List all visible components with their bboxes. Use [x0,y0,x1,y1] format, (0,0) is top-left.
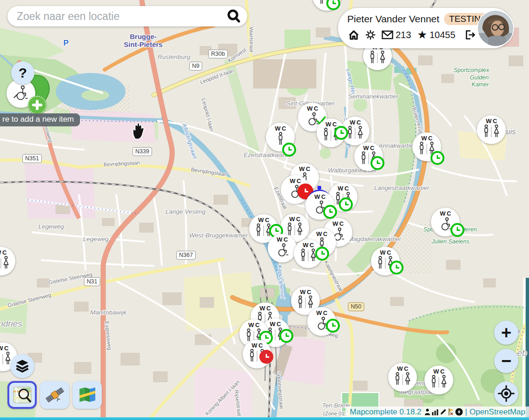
wc-label: WC [300,289,312,295]
layers-icon [14,358,31,374]
search-icon [226,8,242,24]
toilet-marker-male-female[interactable]: WC [312,0,341,11]
logout-button[interactable] [463,29,476,41]
opening-hours-open-badge [370,156,384,170]
mapcomplete-app: Brugge-Sint-PietersPRustenburgSint-Gilli… [0,0,529,420]
wc-label: WC [303,242,315,248]
opening-hours-open-badge [450,223,464,237]
wc-label: WC [314,194,327,200]
wc-label: WC [277,236,289,243]
home-button[interactable] [347,29,360,41]
opening-hours-open-badge [315,247,329,261]
satellite-icon [45,385,65,405]
wc-label: WC [275,125,287,131]
add-item-button[interactable] [28,96,46,114]
layers-button[interactable] [10,354,34,378]
wc-label: WC [337,185,350,191]
osm-link[interactable]: OpenStreetMap [469,407,525,417]
search-bar [7,6,247,26]
male-female-icon [347,125,364,141]
toilet-marker-male-female[interactable]: WC [388,363,417,392]
zoom-out-button[interactable]: − [494,349,518,373]
toilet-marker-male-female[interactable]: WC [424,366,453,394]
user-avatar[interactable] [478,11,513,46]
changesets-button[interactable]: ★ 10455 [416,28,456,41]
wheelchair-icon [274,243,290,258]
help-button[interactable]: ? [11,61,34,85]
toilet-marker-male-female[interactable]: WC [243,340,271,368]
toilet-marker-male-female[interactable]: WC [294,239,323,268]
attribution-separator: | [465,407,467,417]
geolocate-icon [497,384,516,403]
stats-icon [431,408,439,416]
opening-hours-open-badge [279,329,293,343]
wc-label: WC [316,310,329,316]
opening-hours-open-badge [334,126,348,140]
wc-label: WC [316,231,329,237]
wc-label: WC [258,217,271,223]
wc-label: WC [486,118,498,124]
male-female-icon [430,374,447,390]
wc-label: WC [363,145,376,151]
user-stat-icon [424,408,431,416]
opening-hours-open-badge [326,0,340,10]
style-terrain-map-button[interactable] [73,381,102,409]
wc-label: WC [259,305,272,311]
search-input[interactable] [16,10,225,23]
toilet-marker-male-female[interactable]: WC [317,118,345,147]
opening-hours-open-badge [390,261,403,275]
user-name[interactable]: Pieter Vander Vennet [347,13,439,25]
toilet-marker-male-female[interactable]: WC [412,132,441,161]
wc-label: WC [289,216,302,222]
wc-label: WC [421,135,434,141]
style-map-button[interactable] [7,381,37,409]
community-icon [455,408,463,416]
wc-label: WC [350,119,362,125]
toilet-marker-wheelchair[interactable]: WC [431,208,460,236]
wc-label: WC [440,210,452,217]
wc-label: WC [251,342,264,348]
star-icon: ★ [417,29,427,40]
wc-label: WC [325,121,338,127]
zoom-in-button[interactable]: + [494,321,518,345]
toilet-marker-male-female[interactable]: WC [0,247,15,276]
toilet-theme-icon [12,85,30,102]
wc-label: WC [299,166,311,172]
male-female-icon [300,248,317,263]
opening-hours-open-badge [282,143,296,157]
wc-label: WC [0,249,8,256]
style-satellite-button[interactable] [40,381,69,409]
toilet-marker-male-female[interactable]: WC [477,115,506,144]
geolocate-button[interactable] [494,381,518,406]
changesets-count: 10455 [430,30,456,40]
wc-label: WC [307,105,319,112]
toilet-marker-wheelchair[interactable]: WC [305,191,334,220]
settings-button[interactable] [364,29,377,41]
add-item-tooltip: re to add a new item [0,113,80,126]
toilet-marker-single[interactable]: WC [266,123,295,151]
flag-icon [448,408,455,416]
messages-button[interactable]: 213 [381,29,412,41]
toilet-marker-male-female[interactable]: WC [354,142,383,171]
male-female-icon [297,295,314,310]
home-icon [348,30,359,40]
male-female-icon [0,256,9,271]
messages-count: 213 [396,30,411,40]
wc-label: WC [290,178,302,184]
male-female-icon [394,372,411,387]
toilet-marker-male-female[interactable]: WC [371,247,400,276]
opening-hours-closed-badge [259,350,273,364]
single-icon [277,131,284,147]
search-button[interactable] [225,7,243,25]
osm-map-icon [12,385,33,405]
wc-label: WC [397,366,410,372]
envelope-icon [382,30,393,39]
attribution-bar: Mapcomplete 0.18.2 | OpenStreetMap [345,407,529,417]
opening-hours-open-badge [430,151,444,165]
toilet-marker-wheelchair[interactable]: WC [268,234,297,262]
edit-icon [439,408,447,416]
opening-hours-open-badge [326,319,340,333]
app-version[interactable]: Mapcomplete 0.18.2 [350,407,422,417]
male-female-icon [483,124,500,139]
toilet-marker-wheelchair[interactable]: WC [307,307,336,336]
